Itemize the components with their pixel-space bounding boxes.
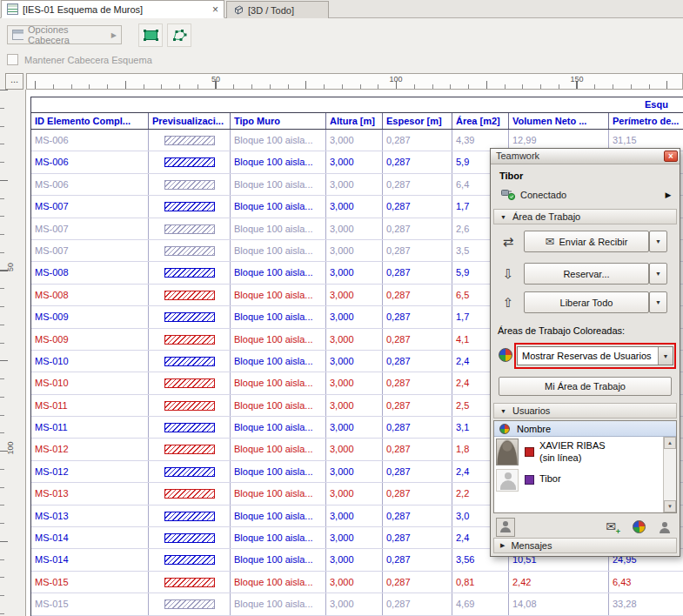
tipo-cell: Bloque 100 aisla... xyxy=(231,439,326,459)
mantener-cabecera-checkbox[interactable] xyxy=(7,54,18,65)
column-header-area[interactable]: Área [m2] xyxy=(452,113,509,129)
tab-close-icon[interactable]: × xyxy=(212,5,218,14)
scrollbar[interactable]: ▲ ▼ xyxy=(663,437,676,512)
preview-cell xyxy=(149,351,231,372)
reserve-arrow-icon[interactable]: ⇩ xyxy=(499,265,518,283)
schedule-icon xyxy=(7,3,18,15)
hatch-swatch-icon xyxy=(164,312,215,322)
column-header-id[interactable]: ID Elemento Compl... xyxy=(31,113,149,129)
new-message-button[interactable]: ✉+ xyxy=(602,519,619,535)
section-label: Usuarios xyxy=(512,405,550,416)
release-arrow-icon[interactable]: ⇧ xyxy=(499,294,518,311)
altura-cell: 3,000 xyxy=(326,240,383,261)
schedule-toolbar: Opciones Cabecera ▶ Mantener Cabecera Es… xyxy=(0,18,683,73)
id-cell: MS-007 xyxy=(31,240,149,261)
altura-cell: 3,000 xyxy=(326,174,383,195)
id-cell: MS-006 xyxy=(31,130,149,151)
espesor-cell: 0,287 xyxy=(383,306,452,327)
volumen-cell: 14,08 xyxy=(509,593,609,614)
marquee-icon xyxy=(143,29,159,42)
hatch-swatch-icon xyxy=(164,291,215,300)
person-icon xyxy=(659,522,671,533)
table-row[interactable]: MS-015Bloque 100 aisla...3,0000,2870,812… xyxy=(31,572,683,593)
column-header-altura[interactable]: Altura [m] xyxy=(326,113,383,129)
ruler-options-button[interactable]: ... xyxy=(5,73,23,90)
enviar-recibir-button[interactable]: ✉ Enviar & Recibir xyxy=(524,231,649,252)
tab-label: [IES-01 Esquema de Muros] xyxy=(23,4,143,15)
tipo-cell: Bloque 100 aisla... xyxy=(231,240,326,261)
marquee-select-button[interactable] xyxy=(138,23,163,47)
espesor-cell: 0,287 xyxy=(383,572,452,593)
ruler-ticks xyxy=(0,90,8,616)
avatar xyxy=(496,469,519,492)
colored-workspaces-button[interactable] xyxy=(630,519,647,535)
section-area-de-trabajo[interactable]: ▼ Área de Trabajo xyxy=(493,209,677,224)
tab-esquema-muros[interactable]: [IES-01 Esquema de Muros] × xyxy=(1,0,224,18)
tab-3d-todo[interactable]: [3D / Todo] xyxy=(226,1,329,18)
tipo-cell: Bloque 100 aisla... xyxy=(231,351,326,372)
chevron-down-icon: ▼ xyxy=(655,271,661,277)
preview-cell xyxy=(149,506,231,526)
altura-cell: 3,000 xyxy=(326,439,383,459)
user-filter-button[interactable] xyxy=(496,518,515,537)
hatch-swatch-icon xyxy=(164,157,215,167)
section-mensajes[interactable]: ▶ Mensajes xyxy=(493,538,677,553)
ruler-mark: 100 xyxy=(389,75,402,84)
mi-area-label: Mi Área de Trabajo xyxy=(545,381,626,392)
mantener-cabecera-label: Mantener Cabecera Esquema xyxy=(24,55,152,65)
status-expander-icon[interactable]: ▶ xyxy=(661,188,675,202)
altura-cell: 3,000 xyxy=(326,572,383,593)
preview-cell xyxy=(149,549,231,570)
altura-cell: 3,000 xyxy=(326,372,383,393)
chevron-down-icon[interactable]: ▼ xyxy=(658,347,673,365)
mi-area-de-trabajo-button[interactable]: Mi Área de Trabajo xyxy=(499,377,672,396)
column-header-espesor[interactable]: Espesor [m] xyxy=(383,113,452,129)
tipo-cell: Bloque 100 aisla... xyxy=(231,549,326,570)
column-header-tipo[interactable]: Tipo Muro xyxy=(231,113,326,129)
close-icon[interactable]: × xyxy=(664,151,678,162)
user-name: XAVIER RIBAS xyxy=(539,440,606,451)
altura-cell: 3,000 xyxy=(326,151,383,172)
altura-cell: 3,000 xyxy=(326,130,383,151)
id-cell: MS-013 xyxy=(31,483,149,504)
flyout-arrow-icon: ▶ xyxy=(111,31,117,39)
opciones-cabecera-button[interactable]: Opciones Cabecera ▶ xyxy=(7,25,122,44)
hatch-swatch-icon xyxy=(164,512,215,521)
schedule-title-row: Esqu xyxy=(31,97,683,113)
user-row[interactable]: Tibor xyxy=(494,468,663,492)
reservar-button[interactable]: Reservar... xyxy=(524,263,649,285)
table-row[interactable]: MS-015Bloque 100 aisla...3,0000,2874,691… xyxy=(31,593,683,615)
user-color-swatch xyxy=(525,447,534,457)
id-cell: MS-015 xyxy=(31,593,149,614)
ruler-ticks xyxy=(35,81,682,89)
preview-cell xyxy=(149,285,231,305)
reservas-dropdown[interactable]: Mostrar Reservas de Usuarios ▼ xyxy=(517,346,673,365)
scroll-up-icon[interactable]: ▲ xyxy=(664,437,676,449)
palette-titlebar[interactable]: Teamwork × xyxy=(491,149,680,164)
reservar-dropdown[interactable]: ▼ xyxy=(649,263,667,285)
send-receive-icon[interactable]: ⇄ xyxy=(499,233,518,251)
liberar-todo-button[interactable]: Liberar Todo xyxy=(524,291,649,313)
polygon-select-button[interactable] xyxy=(167,23,191,47)
scroll-down-icon[interactable]: ▼ xyxy=(664,500,676,512)
enviar-recibir-dropdown[interactable]: ▼ xyxy=(649,231,667,252)
column-header-perimetro[interactable]: Perímetro de... xyxy=(609,113,683,129)
user-details-button[interactable] xyxy=(656,519,673,535)
hatch-swatch-icon xyxy=(164,533,215,543)
user-row[interactable]: XAVIER RIBAS (sin línea) xyxy=(494,437,663,468)
ruler-mark: 150 xyxy=(570,75,583,84)
id-cell: MS-012 xyxy=(31,461,149,482)
users-list-header[interactable]: Nombre xyxy=(494,421,676,437)
tipo-cell: Bloque 100 aisla... xyxy=(231,483,326,504)
column-header-preview[interactable]: Previsualizaci... xyxy=(149,113,231,129)
enviar-recibir-label: Enviar & Recibir xyxy=(559,237,628,247)
vertical-ruler[interactable]: 50 100 xyxy=(0,90,26,616)
horizontal-ruler[interactable]: 50 100 150 xyxy=(26,73,683,90)
section-usuarios[interactable]: ▼ Usuarios xyxy=(493,403,677,418)
espesor-cell: 0,287 xyxy=(383,372,452,393)
liberar-todo-dropdown[interactable]: ▼ xyxy=(649,291,667,313)
column-header-volumen[interactable]: Volumen Neto ... xyxy=(509,113,609,129)
liberar-todo-label: Liberar Todo xyxy=(560,298,613,308)
hatch-swatch-icon xyxy=(164,268,215,278)
espesor-cell: 0,287 xyxy=(383,240,452,261)
